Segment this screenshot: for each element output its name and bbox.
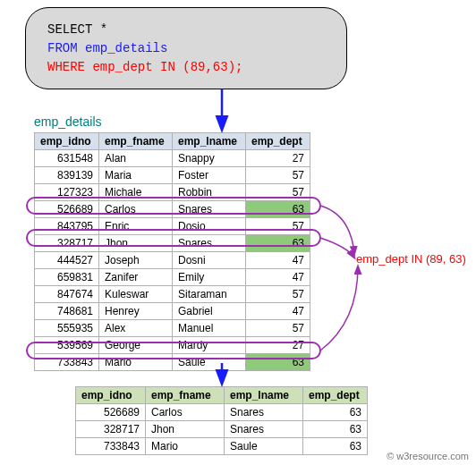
cell-fname: Alex [99, 320, 173, 337]
cell-dept: 63 [246, 201, 310, 218]
cell-idno: 733843 [35, 354, 99, 371]
cell-dept: 63 [303, 404, 368, 421]
cell-idno: 539569 [35, 337, 99, 354]
source-table-name: emp_details [34, 114, 102, 129]
sql-where-line: WHERE emp_dept IN (89,63); [47, 58, 325, 77]
cell-fname: Jhon [99, 235, 173, 252]
col-header-idno: emp_idno [76, 387, 146, 404]
cell-fname: Joseph [99, 252, 173, 269]
cell-dept: 57 [246, 184, 310, 201]
cell-fname: Mario [99, 354, 173, 371]
source-table-header: emp_idno emp_fname emp_lname emp_dept [35, 133, 310, 150]
cell-idno: 839139 [35, 167, 99, 184]
col-header-lname: emp_lname [225, 387, 303, 404]
cell-lname: Robbin [173, 184, 246, 201]
table-row: 843795EnricDosio57 [35, 218, 310, 235]
cell-dept: 63 [303, 438, 368, 455]
cell-fname: Mario [146, 438, 225, 455]
cell-lname: Gabriel [173, 303, 246, 320]
filter-annotation: emp_dept IN (89, 63) [356, 252, 466, 266]
cell-lname: Dosni [173, 252, 246, 269]
sql-select-line: SELECT * [47, 21, 325, 39]
result-table-header: emp_idno emp_fname emp_lname emp_dept [76, 387, 368, 404]
cell-dept: 57 [246, 218, 310, 235]
cell-lname: Manuel [173, 320, 246, 337]
cell-fname: Enric [99, 218, 173, 235]
sql-from-line: FROM emp_details [47, 39, 325, 58]
table-row: 328717JhonSnares63 [76, 421, 368, 438]
cell-idno: 748681 [35, 303, 99, 320]
cell-lname: Snares [225, 421, 303, 438]
cell-dept: 47 [246, 303, 310, 320]
cell-dept: 47 [246, 269, 310, 286]
result-table: emp_idno emp_fname emp_lname emp_dept 52… [75, 386, 368, 455]
cell-idno: 526689 [76, 404, 146, 421]
source-table: emp_idno emp_fname emp_lname emp_dept 63… [34, 132, 310, 371]
cell-lname: Emily [173, 269, 246, 286]
cell-idno: 328717 [35, 235, 99, 252]
col-header-lname: emp_lname [173, 133, 246, 150]
col-header-fname: emp_fname [99, 133, 173, 150]
sql-query-box: SELECT * FROM emp_details WHERE emp_dept… [25, 7, 347, 89]
table-row: 526689CarlosSnares63 [76, 404, 368, 421]
cell-dept: 63 [303, 421, 368, 438]
cell-idno: 127323 [35, 184, 99, 201]
col-header-fname: emp_fname [146, 387, 225, 404]
cell-idno: 328717 [76, 421, 146, 438]
cell-lname: Sitaraman [173, 286, 246, 303]
col-header-dept: emp_dept [246, 133, 310, 150]
col-header-dept: emp_dept [303, 387, 368, 404]
cell-lname: Mardy [173, 337, 246, 354]
cell-fname: Maria [99, 167, 173, 184]
table-row: 839139MariaFoster57 [35, 167, 310, 184]
cell-dept: 57 [246, 286, 310, 303]
cell-idno: 444527 [35, 252, 99, 269]
cell-fname: Henrey [99, 303, 173, 320]
cell-idno: 843795 [35, 218, 99, 235]
cell-dept: 63 [246, 235, 310, 252]
cell-dept: 57 [246, 320, 310, 337]
table-row: 555935AlexManuel57 [35, 320, 310, 337]
cell-fname: Jhon [146, 421, 225, 438]
cell-fname: Carlos [146, 404, 225, 421]
cell-dept: 47 [246, 252, 310, 269]
watermark: © w3resource.com [387, 451, 469, 461]
cell-fname: Kuleswar [99, 286, 173, 303]
cell-idno: 659831 [35, 269, 99, 286]
cell-dept: 27 [246, 150, 310, 167]
cell-idno: 555935 [35, 320, 99, 337]
cell-fname: Alan [99, 150, 173, 167]
cell-fname: Michale [99, 184, 173, 201]
cell-lname: Saule [173, 354, 246, 371]
cell-lname: Snares [173, 235, 246, 252]
cell-fname: Zanifer [99, 269, 173, 286]
table-row: 631548AlanSnappy27 [35, 150, 310, 167]
cell-dept: 57 [246, 167, 310, 184]
table-row: 748681HenreyGabriel47 [35, 303, 310, 320]
cell-fname: George [99, 337, 173, 354]
cell-lname: Foster [173, 167, 246, 184]
col-header-idno: emp_idno [35, 133, 99, 150]
table-row: 659831ZaniferEmily47 [35, 269, 310, 286]
cell-dept: 27 [246, 337, 310, 354]
table-row: 444527JosephDosni47 [35, 252, 310, 269]
cell-lname: Saule [225, 438, 303, 455]
cell-lname: Snares [173, 201, 246, 218]
cell-idno: 526689 [35, 201, 99, 218]
cell-dept: 63 [246, 354, 310, 371]
table-row: 733843MarioSaule63 [35, 354, 310, 371]
table-row: 328717JhonSnares63 [35, 235, 310, 252]
table-row: 733843MarioSaule63 [76, 438, 368, 455]
cell-fname: Carlos [99, 201, 173, 218]
cell-idno: 847674 [35, 286, 99, 303]
cell-lname: Dosio [173, 218, 246, 235]
table-row: 526689CarlosSnares63 [35, 201, 310, 218]
cell-lname: Snares [225, 404, 303, 421]
cell-idno: 733843 [76, 438, 146, 455]
table-row: 847674KuleswarSitaraman57 [35, 286, 310, 303]
cell-idno: 631548 [35, 150, 99, 167]
cell-lname: Snappy [173, 150, 246, 167]
table-row: 127323MichaleRobbin57 [35, 184, 310, 201]
table-row: 539569GeorgeMardy27 [35, 337, 310, 354]
